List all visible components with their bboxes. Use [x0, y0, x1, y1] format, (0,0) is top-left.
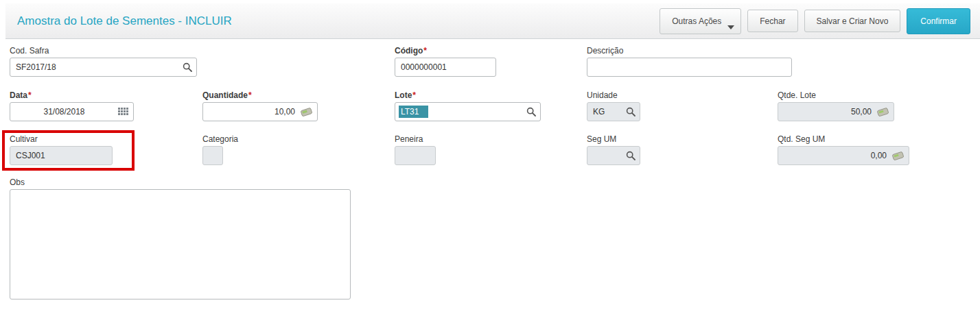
field-codigo: Código*	[395, 46, 496, 77]
chevron-down-icon	[727, 25, 734, 29]
quantidade-label: Quantidade*	[202, 90, 318, 101]
lote-label: Lote*	[395, 90, 541, 101]
calculator-icon[interactable]	[300, 107, 313, 117]
qtd-seg-um-input	[778, 146, 909, 165]
obs-label: Obs	[10, 178, 351, 188]
lote-input[interactable]: LT31	[395, 102, 541, 121]
codigo-label: Código*	[395, 46, 496, 56]
cod-safra-label: Cod. Safra	[10, 46, 197, 56]
search-icon[interactable]	[526, 107, 536, 117]
calculator-icon	[891, 151, 905, 161]
header-actions: Outras Ações Fechar Salvar e Criar Novo …	[660, 8, 970, 34]
field-quantidade: Quantidade*	[202, 90, 318, 121]
field-seg-um: Seg UM	[587, 134, 640, 165]
field-cultivar: Cultivar	[10, 134, 113, 165]
obs-textarea[interactable]	[10, 189, 351, 299]
cod-safra-input[interactable]	[10, 58, 197, 77]
field-lote: Lote* LT31	[395, 90, 541, 121]
field-descricao: Descrição	[587, 46, 792, 77]
search-icon	[626, 107, 635, 117]
cultivar-input	[10, 146, 113, 165]
seg-um-label: Seg UM	[587, 134, 640, 145]
field-categoria: Categoria	[202, 134, 223, 165]
descricao-label: Descrição	[587, 46, 792, 56]
form-page: Amostra do Lote de Sementes - INCLUIR Ou…	[0, 0, 980, 318]
field-peneira: Peneira	[395, 134, 436, 165]
field-unidade: Unidade	[587, 90, 640, 121]
outras-acoes-label: Outras Ações	[672, 16, 721, 26]
field-cod-safra: Cod. Safra	[10, 46, 197, 77]
peneira-label: Peneira	[395, 134, 436, 145]
fechar-label: Fechar	[760, 16, 785, 26]
peneira-input	[395, 146, 436, 165]
data-input[interactable]	[10, 102, 134, 121]
fechar-button[interactable]: Fechar	[747, 10, 797, 32]
unidade-label: Unidade	[587, 90, 640, 101]
qtde-lote-label: Qtde. Lote	[778, 90, 894, 101]
salvar-criar-novo-button[interactable]: Salvar e Criar Novo	[804, 10, 901, 32]
field-qtde-lote: Qtde. Lote	[778, 90, 894, 121]
data-label: Data*	[10, 90, 134, 101]
field-obs: Obs	[10, 178, 351, 299]
page-title: Amostra do Lote de Sementes - INCLUIR	[17, 14, 232, 28]
confirmar-button[interactable]: Confirmar	[907, 8, 970, 34]
calendar-icon[interactable]	[117, 107, 129, 117]
lote-selected-text: LT31	[399, 106, 428, 118]
field-data: Data*	[10, 90, 134, 121]
header-bar: Amostra do Lote de Sementes - INCLUIR Ou…	[5, 3, 980, 39]
outras-acoes-button[interactable]: Outras Ações	[660, 8, 741, 34]
categoria-label: Categoria	[202, 134, 223, 145]
cultivar-label: Cultivar	[10, 134, 113, 145]
codigo-input[interactable]	[395, 58, 496, 77]
search-icon[interactable]	[183, 62, 192, 72]
categoria-input	[202, 146, 223, 165]
confirmar-label: Confirmar	[920, 16, 957, 26]
field-qtd-seg-um: Qtd. Seg UM	[778, 134, 909, 165]
descricao-input[interactable]	[587, 58, 792, 77]
salvar-criar-novo-label: Salvar e Criar Novo	[817, 16, 889, 26]
calculator-icon	[876, 107, 889, 117]
qtd-seg-um-label: Qtd. Seg UM	[778, 134, 909, 145]
search-icon	[626, 151, 635, 160]
